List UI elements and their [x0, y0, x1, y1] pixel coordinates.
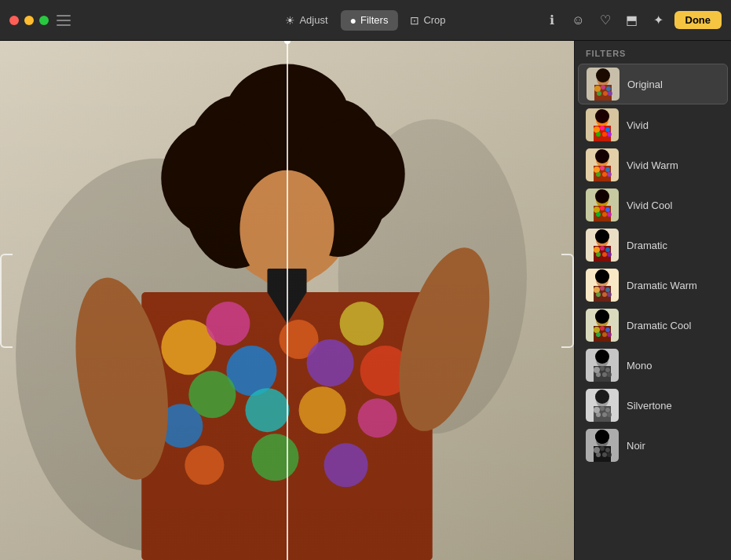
svg-point-88: [594, 287, 600, 293]
filter-item-vivid-cool[interactable]: Vivid Cool: [578, 185, 728, 225]
filter-thumb-silvertone: [586, 389, 619, 422]
crop-icon: ⊡: [410, 14, 419, 27]
toolbar-center: ☀ Adjust ● Filters ⊡ Crop: [276, 10, 455, 31]
svg-point-103: [607, 332, 612, 337]
info-button[interactable]: ℹ: [541, 9, 563, 31]
svg-point-83: [607, 252, 612, 257]
svg-point-78: [594, 247, 600, 253]
filters-list[interactable]: OriginalVividVivid WarmVivid CoolDramati…: [575, 63, 731, 560]
svg-point-111: [596, 372, 601, 377]
filter-label-vivid-warm: Vivid Warm: [627, 159, 678, 171]
heart-button[interactable]: ♡: [594, 9, 616, 31]
svg-point-38: [594, 86, 601, 92]
filter-thumb-vivid: [586, 108, 619, 141]
svg-point-122: [602, 412, 607, 417]
svg-point-102: [602, 332, 607, 337]
filter-thumb-mono: [586, 349, 619, 382]
done-button[interactable]: Done: [674, 11, 722, 29]
close-button[interactable]: [9, 16, 19, 25]
crop-label: Crop: [423, 14, 445, 26]
svg-point-109: [600, 366, 605, 371]
filter-item-vivid[interactable]: Vivid: [578, 105, 728, 145]
svg-point-39: [601, 85, 605, 90]
svg-point-128: [594, 447, 600, 453]
filter-thumb-dramatic-cool: [586, 309, 619, 342]
filter-item-mono[interactable]: Mono: [578, 346, 728, 385]
adjust-icon: ☀: [285, 14, 295, 27]
svg-point-50: [605, 127, 610, 132]
sidebar-toggle-button[interactable]: [57, 15, 71, 26]
face-button[interactable]: ☺: [568, 9, 590, 31]
share-icon: ⬒: [626, 13, 638, 27]
svg-point-110: [605, 368, 610, 372]
svg-point-96: [595, 309, 609, 324]
info-icon: ℹ: [550, 13, 554, 27]
panel-header: Filters: [575, 41, 731, 63]
svg-point-51: [596, 132, 601, 137]
titlebar: ☀ Adjust ● Filters ⊡ Crop ℹ ☺ ♡ ⬒ ✦ Done: [0, 0, 731, 41]
svg-point-129: [600, 446, 605, 451]
filter-thumb-dramatic-warm: [586, 269, 619, 302]
traffic-lights: [9, 16, 49, 25]
filters-icon: ●: [350, 14, 356, 27]
svg-point-133: [607, 452, 612, 457]
crop-button[interactable]: ⊡ Crop: [400, 10, 455, 31]
svg-point-130: [605, 448, 610, 452]
filter-item-silvertone[interactable]: Silvertone: [578, 386, 728, 425]
filter-label-dramatic-warm: Dramatic Warm: [627, 280, 697, 291]
filter-item-original[interactable]: Original: [578, 64, 728, 104]
magic-button[interactable]: ✦: [648, 9, 670, 31]
svg-point-118: [594, 407, 600, 413]
svg-point-93: [607, 292, 612, 297]
svg-point-49: [600, 126, 605, 130]
svg-point-46: [595, 109, 609, 123]
svg-point-80: [605, 247, 610, 252]
filter-label-dramatic-cool: Dramatic Cool: [627, 320, 691, 331]
minimize-button[interactable]: [24, 16, 34, 25]
filter-thumb-dramatic: [586, 229, 619, 262]
svg-point-68: [594, 207, 600, 213]
filter-thumb-vivid-cool: [586, 188, 619, 221]
svg-point-81: [596, 252, 601, 257]
face-icon: ☺: [572, 13, 584, 27]
svg-point-91: [596, 292, 601, 297]
svg-point-53: [607, 132, 612, 137]
filter-item-dramatic-warm[interactable]: Dramatic Warm: [578, 265, 728, 305]
filter-item-dramatic[interactable]: Dramatic: [578, 225, 728, 265]
filter-label-vivid: Vivid: [627, 119, 649, 131]
share-button[interactable]: ⬒: [621, 9, 643, 31]
svg-point-42: [603, 91, 608, 96]
filters-button[interactable]: ● Filters: [341, 10, 398, 31]
maximize-button[interactable]: [39, 16, 49, 25]
svg-point-116: [595, 390, 609, 404]
filter-item-dramatic-cool[interactable]: Dramatic Cool: [578, 306, 728, 345]
svg-point-48: [594, 126, 600, 133]
svg-point-52: [602, 132, 607, 137]
filter-thumb-vivid-warm: [586, 148, 619, 181]
adjust-label: Adjust: [299, 14, 327, 26]
svg-point-63: [607, 172, 612, 177]
svg-point-58: [594, 167, 600, 173]
filter-label-vivid-cool: Vivid Cool: [627, 199, 672, 211]
svg-point-126: [595, 430, 609, 444]
photo-canvas: [0, 41, 574, 560]
main-area: Filters OriginalVividVivid WarmVivid Coo…: [0, 41, 731, 560]
svg-point-76: [595, 229, 609, 243]
svg-point-90: [605, 287, 610, 292]
svg-point-131: [596, 452, 601, 457]
svg-point-60: [605, 167, 610, 172]
svg-point-36: [596, 68, 610, 82]
filter-thumb-original: [587, 68, 620, 101]
svg-point-101: [596, 332, 601, 337]
filter-label-dramatic: Dramatic: [627, 240, 667, 251]
filter-item-vivid-warm[interactable]: Vivid Warm: [578, 145, 728, 185]
svg-point-70: [605, 207, 610, 212]
svg-point-40: [606, 86, 611, 91]
heart-icon: ♡: [600, 13, 611, 27]
svg-point-100: [605, 328, 610, 332]
filter-item-noir[interactable]: Noir: [578, 426, 728, 465]
filter-label-original: Original: [627, 79, 663, 90]
toolbar-right: ℹ ☺ ♡ ⬒ ✦ Done: [541, 9, 722, 31]
adjust-button[interactable]: ☀ Adjust: [276, 10, 337, 31]
svg-point-121: [596, 412, 601, 417]
